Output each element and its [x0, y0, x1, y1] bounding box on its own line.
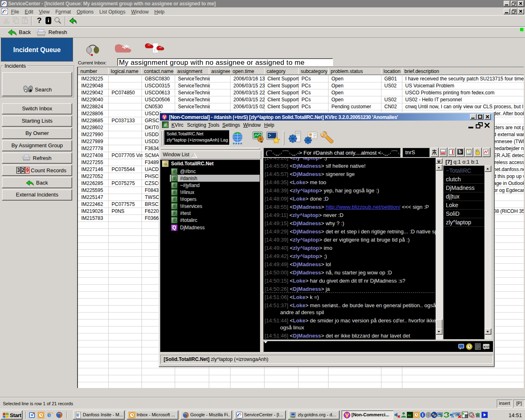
svg-text:e: e — [77, 412, 80, 418]
svg-text:irc: irc — [408, 413, 411, 417]
svg-text:KVS: KVS — [484, 345, 490, 349]
svg-text:M: M — [467, 149, 471, 155]
